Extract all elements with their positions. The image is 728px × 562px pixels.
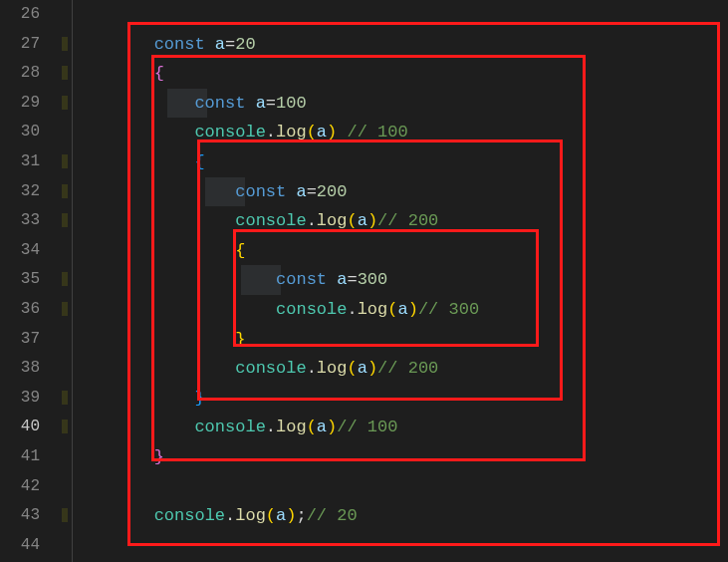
line-number: 40 xyxy=(0,413,40,442)
line-number: 28 xyxy=(0,59,40,89)
line-number: 41 xyxy=(0,442,40,472)
line-number-gutter: 26 27 28 29 30 31 32 33 34 35 36 37 38 3… xyxy=(0,0,60,562)
line-number: 39 xyxy=(0,384,40,414)
line-number: 38 xyxy=(0,354,40,384)
line-number: 42 xyxy=(0,472,40,502)
line-number: 26 xyxy=(0,0,40,30)
line-number: 33 xyxy=(0,206,40,236)
code-area[interactable]: const a=20 { const a=100 console.log(a) … xyxy=(73,0,728,562)
line-number: 37 xyxy=(0,325,40,355)
line-number: 29 xyxy=(0,89,40,119)
line-number: 34 xyxy=(0,236,40,266)
mini-marker-bar xyxy=(60,0,72,562)
line-number: 43 xyxy=(0,501,40,531)
code-editor[interactable]: 26 27 28 29 30 31 32 33 34 35 36 37 38 3… xyxy=(0,0,728,562)
line-number: 30 xyxy=(0,118,40,147)
line-number: 27 xyxy=(0,30,40,60)
line-number: 32 xyxy=(0,177,40,207)
line-number: 44 xyxy=(0,531,40,561)
line-number: 36 xyxy=(0,295,40,325)
line-number: 35 xyxy=(0,265,40,295)
line-number: 31 xyxy=(0,147,40,177)
